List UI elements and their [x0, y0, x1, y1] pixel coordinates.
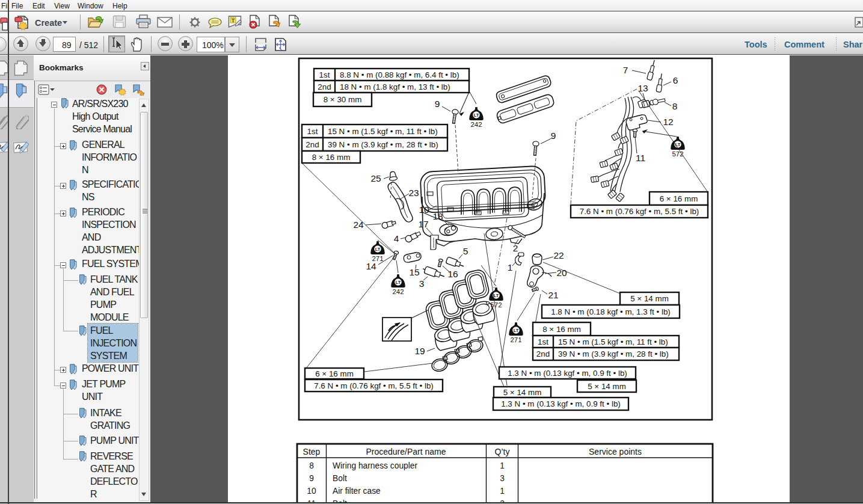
svg-text:39 N • m (3.9 kgf • m, 28 ft •: 39 N • m (3.9 kgf • m, 28 ft • lb)	[328, 140, 438, 149]
svg-text:2: 2	[513, 243, 518, 253]
svg-text:21: 21	[548, 290, 558, 300]
svg-text:8 × 16 mm: 8 × 16 mm	[312, 153, 351, 162]
svg-text:4: 4	[394, 233, 399, 244]
svg-text:7: 7	[623, 65, 628, 75]
svg-text:LT: LT	[474, 112, 479, 118]
svg-text:1: 1	[508, 262, 513, 272]
svg-text:9: 9	[551, 131, 556, 141]
svg-text:5 × 14 mm: 5 × 14 mm	[503, 388, 542, 397]
svg-text:1.8 N • m (0.18 kgf • m, 1.3 f: 1.8 N • m (0.18 kgf • m, 1.3 ft • lb)	[551, 307, 671, 316]
svg-text:8 × 16 mm: 8 × 16 mm	[542, 325, 581, 334]
svg-text:1: 1	[500, 487, 505, 496]
svg-text:10: 10	[307, 487, 316, 496]
svg-text:1: 1	[500, 461, 505, 470]
svg-text:11: 11	[636, 153, 645, 163]
svg-text:6 × 16 mm: 6 × 16 mm	[315, 369, 354, 378]
svg-text:1st: 1st	[307, 127, 318, 136]
svg-text:T: T	[232, 17, 235, 23]
svg-text:Service points: Service points	[589, 447, 642, 456]
svg-text:8.8 N • m (0.88 kgf • m, 6.4 f: 8.8 N • m (0.88 kgf • m, 6.4 ft • lb)	[340, 70, 459, 79]
svg-text:24: 24	[353, 220, 364, 230]
svg-text:9: 9	[435, 99, 440, 109]
svg-text:18: 18	[432, 211, 443, 221]
svg-text:18 N • m (1.8 kgf • m, 13 ft •: 18 N • m (1.8 kgf • m, 13 ft • lb)	[340, 82, 450, 91]
svg-text:LT: LT	[514, 328, 519, 333]
svg-text:6 × 16 mm: 6 × 16 mm	[660, 194, 698, 203]
svg-text:8: 8	[309, 461, 314, 470]
svg-text:LT: LT	[494, 293, 499, 298]
svg-text:8: 8	[672, 101, 678, 111]
svg-text:Step: Step	[303, 447, 321, 456]
svg-text:Wiring harness coupler: Wiring harness coupler	[333, 461, 418, 470]
svg-text:15 N • m (1.5 kgf • m, 11 ft •: 15 N • m (1.5 kgf • m, 11 ft • lb)	[558, 337, 668, 346]
svg-text:23: 23	[408, 188, 419, 198]
svg-text:1.3 N • m (0.13 kgf • m, 0.9 f: 1.3 N • m (0.13 kgf • m, 0.9 ft • lb)	[508, 369, 627, 378]
svg-text:242: 242	[392, 288, 404, 295]
svg-text:10: 10	[419, 204, 429, 215]
svg-text:6: 6	[673, 75, 678, 85]
svg-text:15: 15	[409, 267, 419, 277]
svg-text:5: 5	[463, 246, 468, 256]
svg-text:271: 271	[510, 336, 521, 343]
svg-text:2nd: 2nd	[536, 349, 550, 358]
svg-text:5 × 14 mm: 5 × 14 mm	[588, 382, 626, 391]
svg-text:3: 3	[500, 474, 505, 483]
svg-text:1st: 1st	[538, 337, 548, 346]
svg-text:20: 20	[556, 268, 567, 278]
svg-text:Q’ty: Q’ty	[495, 447, 510, 456]
svg-text:LT: LT	[675, 142, 681, 147]
svg-text:5 × 14 mm: 5 × 14 mm	[630, 294, 669, 303]
svg-text:3: 3	[419, 278, 425, 289]
svg-text:15 N • m (1.5 kgf • m, 11 ft •: 15 N • m (1.5 kgf • m, 11 ft • lb)	[328, 127, 438, 136]
svg-text:8 × 30 mm: 8 × 30 mm	[324, 95, 362, 104]
svg-text:1st: 1st	[319, 70, 330, 79]
svg-text:13: 13	[637, 83, 648, 93]
svg-text:242: 242	[470, 121, 482, 128]
svg-text:12: 12	[663, 117, 673, 127]
svg-text:2nd: 2nd	[318, 82, 331, 91]
svg-text:22: 22	[553, 250, 564, 260]
svg-text:1.3 N • m (0.13 kgf • m, 0.9 f: 1.3 N • m (0.13 kgf • m, 0.9 ft • lb)	[501, 399, 621, 408]
svg-text:19: 19	[414, 346, 425, 356]
svg-text:17: 17	[418, 219, 428, 229]
svg-text:7.6 N • m (0.76 kgf • m, 5.5 f: 7.6 N • m (0.76 kgf • m, 5.5 ft • lb)	[314, 381, 434, 390]
svg-text:Air filter case: Air filter case	[333, 487, 381, 496]
svg-text:7.6 N • m (0.76 kgf • m, 5.5 f: 7.6 N • m (0.76 kgf • m, 5.5 ft • lb)	[580, 207, 699, 216]
svg-text:LT: LT	[375, 247, 381, 252]
svg-text:9: 9	[309, 474, 314, 483]
svg-text:25: 25	[370, 173, 381, 183]
svg-text:572: 572	[490, 301, 502, 309]
svg-text:39 N • m (3.9 kgf • m, 28 ft •: 39 N • m (3.9 kgf • m, 28 ft • lb)	[558, 349, 669, 358]
svg-text:Bolt: Bolt	[333, 474, 347, 483]
svg-text:16: 16	[447, 269, 458, 279]
svg-text:Procedure/Part name: Procedure/Part name	[366, 447, 446, 456]
svg-text:2nd: 2nd	[306, 140, 319, 149]
svg-text:14: 14	[366, 261, 376, 271]
svg-text:LT: LT	[396, 280, 401, 285]
